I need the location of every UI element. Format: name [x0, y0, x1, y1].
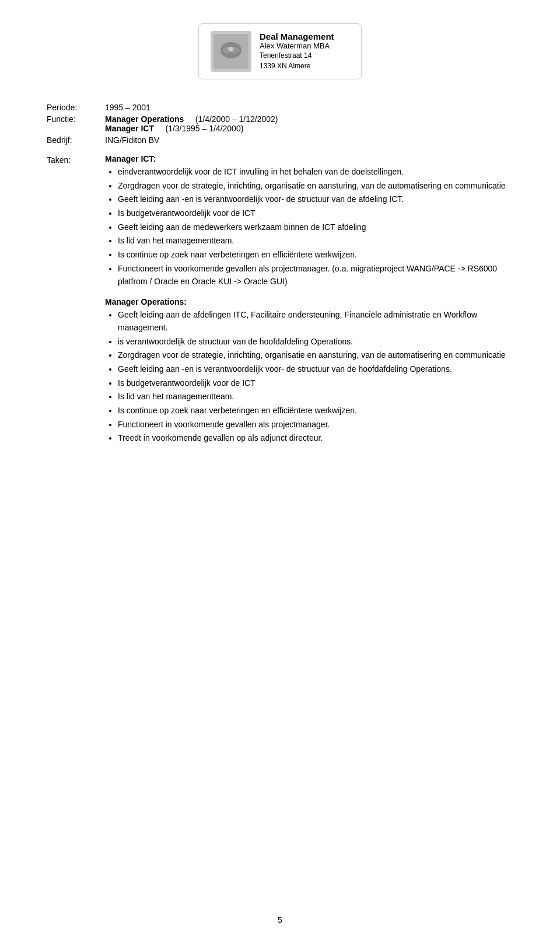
business-card: Deal Management Alex Waterman MBA Teneri… [198, 23, 362, 79]
manager-ops-section: Manager Operations: Geeft leiding aan de… [105, 297, 513, 445]
functie-line2: Manager ICT [105, 124, 154, 133]
list-item: Is continue op zoek naar verbeteringen e… [118, 249, 513, 262]
functie-row: Functie: Manager Operations (1/4/2000 – … [47, 114, 513, 133]
svg-point-2 [229, 47, 233, 51]
functie-line1: Manager Operations [105, 114, 184, 124]
functie-date1: (1/4/2000 – 1/12/2002) [195, 114, 278, 124]
list-item: Zorgdragen voor de strategie, inrichting… [118, 349, 513, 362]
list-item: Treedt in voorkomende gevallen op als ad… [118, 432, 513, 445]
ict-bullet-list: eindverantwoordelijk voor de ICT invulli… [105, 166, 513, 288]
periode-label: Periode: [47, 103, 105, 112]
handshake-icon [214, 34, 249, 69]
functie-label: Functie: [47, 114, 105, 124]
taken-row: Taken: Manager ICT: eindverantwoordelijk… [47, 154, 513, 448]
periode-row: Periode: 1995 – 2001 [47, 103, 513, 112]
card-address-line2: 1339 XN Almere [260, 61, 334, 71]
card-company: Deal Management [260, 32, 334, 41]
card-image [211, 31, 251, 72]
functie-line1-row: Manager Operations (1/4/2000 – 1/12/2002… [105, 114, 513, 124]
list-item: Geeft leiding aan -en is verantwoordelij… [118, 363, 513, 376]
page-number: 5 [278, 915, 282, 925]
periode-value: 1995 – 2001 [105, 103, 513, 112]
list-item: Is budgetverantwoordelijk voor de ICT [118, 207, 513, 220]
manager-ict-title: Manager ICT: [105, 154, 513, 163]
list-item: Zorgdragen voor de strategie, inrichting… [118, 180, 513, 193]
bedrijf-row: Bedrijf: ING/Fiditon BV [47, 135, 513, 145]
bedrijf-label: Bedrijf: [47, 135, 105, 145]
list-item: eindverantwoordelijk voor de ICT invulli… [118, 166, 513, 179]
list-item: Is continue op zoek naar verbeteringen e… [118, 405, 513, 417]
list-item: Geeft leiding aan de afdelingen ITC, Fac… [118, 309, 513, 334]
page: Deal Management Alex Waterman MBA Teneri… [0, 0, 560, 948]
functie-line2-row: Manager ICT (1/3/1995 – 1/4/2000) [105, 124, 513, 133]
list-item: Is budgetverantwoordelijk voor de ICT [118, 377, 513, 390]
list-item: Geeft leiding aan -en is verantwoordelij… [118, 193, 513, 206]
list-item: is verantwoordelijk de structuur van de … [118, 336, 513, 348]
card-address-line1: Tenerifestraat 14 [260, 50, 334, 61]
list-item: Functioneert in voorkomende gevallen als… [118, 419, 513, 431]
header-card-container: Deal Management Alex Waterman MBA Teneri… [47, 23, 513, 79]
card-info: Deal Management Alex Waterman MBA Teneri… [260, 32, 334, 71]
ops-bullet-list: Geeft leiding aan de afdelingen ITC, Fac… [105, 309, 513, 445]
list-item: Functioneert in voorkomende gevallen als… [118, 263, 513, 288]
functie-date2: (1/3/1995 – 1/4/2000) [165, 124, 243, 133]
main-content: Periode: 1995 – 2001 Functie: Manager Op… [47, 103, 513, 448]
manager-ops-title: Manager Operations: [105, 297, 513, 306]
taken-content: Manager ICT: eindverantwoordelijk voor d… [105, 154, 513, 448]
list-item: Geeft leiding aan de medewerkers werkzaa… [118, 221, 513, 234]
list-item: Is lid van het managementteam. [118, 391, 513, 403]
bedrijf-value: ING/Fiditon BV [105, 135, 513, 145]
functie-value: Manager Operations (1/4/2000 – 1/12/2002… [105, 114, 513, 133]
list-item: Is lid van het managementteam. [118, 235, 513, 248]
card-name: Alex Waterman MBA [260, 41, 334, 50]
taken-label: Taken: [47, 154, 105, 165]
